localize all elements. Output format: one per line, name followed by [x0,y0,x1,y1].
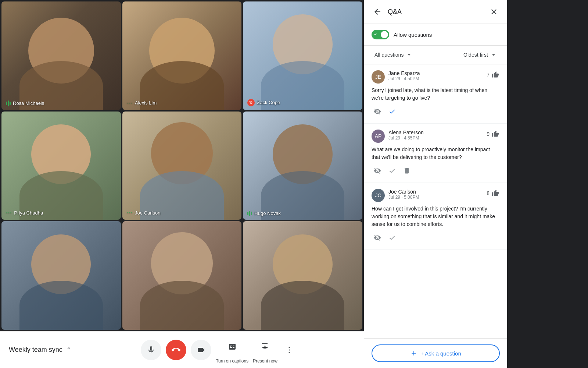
mic-bar [6,102,7,105]
qa-footer: + Ask a question [364,338,507,368]
q-time-jane: Jul 29 · 4:50PM [388,76,483,81]
mic-button[interactable] [141,340,161,360]
meeting-title-area: Weekly team sync ⌃ [9,346,82,354]
name-time-jane: Jane Esparza Jul 29 · 4:50PM [388,70,483,81]
svg-point-0 [288,347,290,348]
camera-button[interactable] [191,340,211,360]
q-time-joe: Jul 29 · 5:00PM [388,195,483,200]
qa-header: Q&A [364,0,507,24]
video-cell-p7 [1,221,121,330]
q-text-1: Sorry I joined late, what is the latest … [372,86,500,102]
like-count-3: 8 [487,190,490,196]
oldest-first-label: Oldest first [463,52,488,58]
present-label: Present now [253,358,277,364]
participant-name-joe: ··· Joe Carlson [127,209,161,216]
svg-point-1 [288,349,290,350]
video-cell-priya: ··· Priya Chadha [1,112,121,220]
video-cell-alexis: ··· Alexis Lim [122,1,242,110]
captions-label: Turn on captions [216,358,248,364]
question-header-3: JC Joe Carlson Jul 29 · 5:00PM 8 [372,189,500,202]
allow-questions-row: ✓ Allow questions [364,24,507,46]
video-section: Rosa Michaels ··· Alexis Lim [0,0,364,368]
q-actions-2 [372,165,500,177]
controls-center: Turn on captions Present now [82,336,355,364]
mic-bar [251,212,252,215]
question-item-3: JC Joe Carlson Jul 29 · 5:00PM 8 How can… [364,183,507,250]
avatar-alena: AP [372,130,385,143]
allow-questions-label: Allow questions [394,32,432,38]
chevron-up-icon[interactable]: ⌃ [66,346,72,354]
oldest-first-filter[interactable]: Oldest first [460,50,500,60]
bottom-bar: Weekly team sync ⌃ [0,331,364,368]
like-area-2: 9 [487,130,500,138]
q-author-joe: Joe Carlson [388,189,483,195]
video-cell-rosa: Rosa Michaels [1,1,121,110]
like-area-1: 7 [487,70,500,79]
qa-title: Q&A [388,8,484,16]
name-time-alena: Alena Paterson Jul 29 · 4:55PM [388,130,483,141]
questions-list: JE Jane Esparza Jul 29 · 4:50PM 7 Sorry … [364,64,507,338]
order-dropdown-icon [490,52,497,58]
filter-dropdown-icon [406,52,412,58]
dots-indicator-joe: ··· [127,209,133,216]
present-now-button[interactable]: Present now [253,336,277,364]
participant-name-zack: Zack Cope [247,99,280,106]
video-cell-zack: Zack Cope [243,1,362,110]
svg-point-2 [288,352,290,353]
video-cell-p8 [122,221,242,330]
name-time-joe: Joe Carlson Jul 29 · 5:00PM [388,189,483,200]
mic-bar [247,212,248,215]
delete-button-2[interactable] [401,165,413,177]
mic-indicator-rosa [6,100,11,106]
mic-bar [8,100,9,106]
answer-button-1[interactable] [386,106,398,117]
hide-button-2[interactable] [372,165,383,177]
mic-bar [249,211,250,216]
answer-button-3[interactable] [386,232,398,244]
like-button-1[interactable] [491,70,500,79]
participant-name-rosa: Rosa Michaels [6,100,44,106]
participant-name-hugo: Hugo Novak [247,210,281,216]
dots-indicator-priya: ··· [6,209,12,216]
q-actions-1 [372,106,500,117]
captions-icon-wrap [222,336,243,357]
meeting-title: Weekly team sync [9,346,62,354]
answer-button-2[interactable] [386,165,398,177]
ask-question-button[interactable]: + Ask a question [372,344,500,362]
question-item-2: AP Alena Paterson Jul 29 · 4:55PM 9 What… [364,124,507,183]
qa-close-button[interactable] [488,6,500,18]
question-header-2: AP Alena Paterson Jul 29 · 4:55PM 9 [372,130,500,143]
mic-bar [10,102,11,105]
all-questions-label: All questions [374,52,404,58]
hide-button-3[interactable] [372,232,383,244]
question-item-1: JE Jane Esparza Jul 29 · 4:50PM 7 Sorry … [364,64,507,124]
like-count-1: 7 [487,72,490,78]
captions-button[interactable]: Turn on captions [216,336,248,364]
more-options-button[interactable] [282,343,297,357]
hide-button-1[interactable] [372,106,383,117]
ask-question-label: + Ask a question [420,350,461,357]
participant-name-alexis: ··· Alexis Lim [127,100,157,106]
mic-indicator-hugo [247,211,252,216]
q-time-alena: Jul 29 · 4:55PM [388,135,483,141]
avatar-joe: JC [372,189,385,202]
video-cell-hugo: Hugo Novak [243,112,362,220]
q-actions-3 [372,232,500,244]
participant-name-priya: ··· Priya Chadha [6,209,43,216]
filter-row: All questions Oldest first [364,46,507,64]
allow-questions-toggle[interactable]: ✓ [372,30,389,39]
dots-indicator-alexis: ··· [127,100,133,106]
video-grid: Rosa Michaels ··· Alexis Lim [0,0,364,331]
qa-panel: Q&A ✓ Allow questions All questions Olde… [364,0,507,368]
all-questions-filter[interactable]: All questions [372,50,415,60]
q-author-alena: Alena Paterson [388,130,483,135]
qa-back-button[interactable] [372,6,383,18]
end-call-button[interactable] [166,340,186,360]
q-text-3: How can I get involved in this project? … [372,205,500,228]
like-area-3: 8 [487,189,500,198]
present-icon-wrap [255,336,275,357]
like-button-3[interactable] [491,189,500,198]
plus-icon [410,350,417,357]
like-button-2[interactable] [491,130,500,138]
avatar-jane: JE [372,70,385,84]
